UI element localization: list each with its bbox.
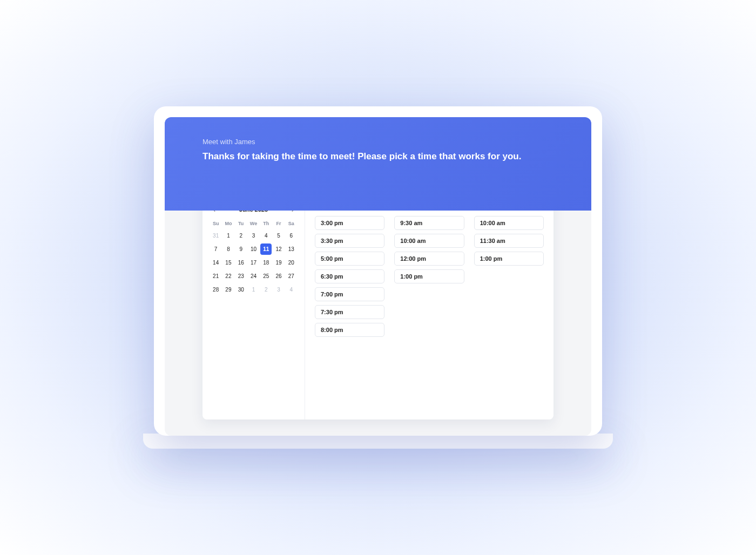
time-slot[interactable]: 11:30 am [474, 234, 544, 248]
calendar-day[interactable]: 7 [210, 243, 221, 255]
time-column: Fri Jun 129:30 am10:00 am12:00 pm1:00 pm [394, 205, 464, 341]
calendar-day[interactable]: 27 [286, 270, 297, 282]
time-slot[interactable]: 12:00 pm [394, 252, 464, 266]
calendar-day[interactable]: 22 [222, 270, 234, 282]
hero-title: Thanks for taking the time to meet! Plea… [202, 151, 554, 162]
calendar-day[interactable]: 3 [273, 284, 284, 295]
calendar-dow: Sa [286, 219, 297, 228]
calendar-day[interactable]: 21 [210, 270, 221, 282]
calendar-day[interactable]: 13 [286, 243, 297, 255]
time-column: Mon Jun 1510:00 am11:30 am1:00 pm [474, 205, 544, 341]
calendar-day[interactable]: 18 [260, 257, 272, 268]
app-screen: Meet with James Thanks for taking the ti… [165, 117, 591, 436]
calendar-day[interactable]: 15 [222, 257, 234, 268]
calendar-day[interactable]: 25 [260, 270, 272, 282]
time-slot[interactable]: 7:30 pm [315, 305, 384, 319]
time-column: Thu Jun 113:00 pm3:30 pm5:00 pm6:30 pm7:… [315, 205, 384, 341]
calendar-day[interactable]: 2 [260, 284, 272, 295]
date-panel: Select Date June 2023 SuMoTuWeThFrSa3112… [202, 181, 305, 419]
time-slot[interactable]: 10:00 am [394, 234, 464, 248]
time-slot[interactable]: 7:00 pm [315, 287, 384, 301]
calendar-day[interactable]: 26 [273, 270, 284, 282]
calendar-day[interactable]: 17 [248, 257, 259, 268]
calendar-day[interactable]: 14 [210, 257, 221, 268]
time-slot[interactable]: 5:00 pm [315, 252, 384, 266]
laptop-base [143, 434, 613, 449]
calendar-day[interactable]: 10 [248, 243, 259, 255]
calendar-dow: We [248, 219, 259, 228]
calendar-day[interactable]: 23 [235, 270, 247, 282]
calendar-day[interactable]: 28 [210, 284, 221, 295]
time-slot[interactable]: 1:00 pm [394, 269, 464, 283]
time-slot[interactable]: 6:30 pm [315, 269, 384, 283]
time-panel: Select Time Thu Jun 113:00 pm3:30 pm5:00… [305, 181, 554, 419]
hero: Meet with James Thanks for taking the ti… [165, 117, 591, 211]
laptop-frame: Meet with James Thanks for taking the ti… [154, 106, 602, 436]
calendar-grid: SuMoTuWeThFrSa31123456789101112131415161… [210, 219, 297, 295]
time-slot[interactable]: 3:30 pm [315, 234, 384, 248]
calendar-day[interactable]: 29 [222, 284, 234, 295]
calendar-day[interactable]: 5 [273, 230, 284, 241]
time-slot[interactable]: 9:30 am [394, 216, 464, 230]
calendar-day[interactable]: 11 [260, 243, 272, 255]
calendar-dow: Fr [273, 219, 284, 228]
calendar-day[interactable]: 12 [273, 243, 284, 255]
calendar-day[interactable]: 1 [248, 284, 259, 295]
calendar-dow: Mo [222, 219, 234, 228]
calendar-dow: Tu [235, 219, 247, 228]
calendar-day[interactable]: 3 [248, 230, 259, 241]
calendar-day[interactable]: 24 [248, 270, 259, 282]
calendar-day[interactable]: 19 [273, 257, 284, 268]
calendar-dow: Th [260, 219, 272, 228]
time-slot[interactable]: 10:00 am [474, 216, 544, 230]
calendar-dow: Su [210, 219, 221, 228]
scheduler-card: Select Date June 2023 SuMoTuWeThFrSa3112… [202, 181, 554, 419]
hero-subtitle: Meet with James [202, 138, 554, 146]
calendar-day[interactable]: 16 [235, 257, 247, 268]
time-slot[interactable]: 3:00 pm [315, 216, 384, 230]
calendar-day[interactable]: 4 [286, 284, 297, 295]
time-slot[interactable]: 1:00 pm [474, 252, 544, 266]
time-slot[interactable]: 8:00 pm [315, 323, 384, 337]
calendar-day[interactable]: 9 [235, 243, 247, 255]
calendar-day[interactable]: 31 [210, 230, 221, 241]
calendar-day[interactable]: 30 [235, 284, 247, 295]
calendar-day[interactable]: 2 [235, 230, 247, 241]
calendar-day[interactable]: 4 [260, 230, 272, 241]
calendar-day[interactable]: 1 [222, 230, 234, 241]
time-columns: Thu Jun 113:00 pm3:30 pm5:00 pm6:30 pm7:… [315, 205, 544, 341]
calendar-day[interactable]: 20 [286, 257, 297, 268]
calendar-day[interactable]: 8 [222, 243, 234, 255]
calendar-day[interactable]: 6 [286, 230, 297, 241]
